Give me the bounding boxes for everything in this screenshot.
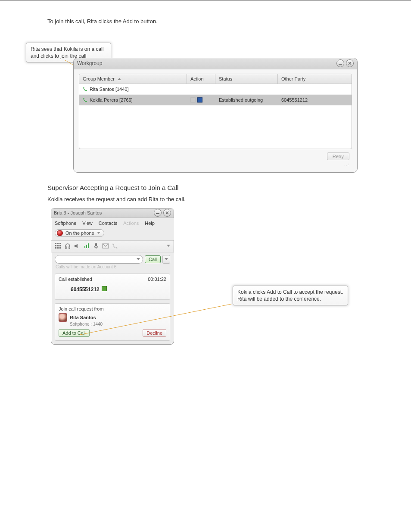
svg-rect-12 xyxy=(59,245,61,246)
add-contact-icon[interactable] xyxy=(102,286,107,291)
workgroup-window: Workgroup Group Member Action Status Oth… xyxy=(73,58,358,173)
phone-redirect-icon[interactable] xyxy=(112,243,118,249)
minimize-icon xyxy=(156,211,160,215)
svg-rect-16 xyxy=(84,246,85,248)
close-button[interactable] xyxy=(163,209,171,217)
sort-ascending-icon xyxy=(118,78,121,80)
menu-contacts[interactable]: Contacts xyxy=(99,221,117,226)
avatar xyxy=(59,313,67,322)
svg-rect-10 xyxy=(55,245,56,246)
softphone-title: Bria 3 - Joseph Santos xyxy=(54,210,152,215)
svg-rect-13 xyxy=(55,247,56,249)
svg-rect-19 xyxy=(95,243,97,246)
member-name: Rita Santos [1440] xyxy=(90,87,129,92)
phone-icon xyxy=(83,87,88,92)
chevron-down-icon xyxy=(165,258,168,260)
table-row[interactable]: Kokila Perera [2766] Established outgoin… xyxy=(79,95,352,106)
dialpad-icon[interactable] xyxy=(55,243,62,249)
minimize-button[interactable] xyxy=(336,59,344,67)
svg-rect-14 xyxy=(57,247,59,249)
action-icon[interactable] xyxy=(190,97,196,103)
callout-text: Kokila clicks Add to Call to accept the … xyxy=(237,289,343,302)
resize-grip-icon[interactable]: ..: xyxy=(79,162,352,169)
workgroup-titlebar: Workgroup xyxy=(74,58,357,69)
workgroup-title: Workgroup xyxy=(77,60,335,66)
column-member[interactable]: Group Member xyxy=(79,74,187,84)
presence-status-icon xyxy=(57,230,63,236)
add-to-call-button[interactable]: Add to Call xyxy=(59,329,90,337)
column-other-party[interactable]: Other Party xyxy=(278,74,352,84)
svg-rect-4 xyxy=(156,213,159,214)
dial-input[interactable] xyxy=(55,255,143,264)
call-number: 6045551212 xyxy=(71,286,100,292)
callout-text: Rita sees that Kokila is on a call and c… xyxy=(31,46,103,59)
menu-actions: Actions xyxy=(123,221,139,226)
join-request-label: Join call request from xyxy=(59,306,166,311)
presence-chip[interactable]: On the phone xyxy=(55,229,104,237)
minimize-icon xyxy=(338,61,342,65)
table-header: Group Member Action Status Other Party xyxy=(79,74,352,84)
call-button[interactable]: Call xyxy=(145,255,161,263)
speaker-icon[interactable] xyxy=(74,243,81,249)
menu-softphone[interactable]: Softphone xyxy=(55,221,76,226)
softphone-titlebar: Bria 3 - Joseph Santos xyxy=(51,208,174,218)
close-icon xyxy=(165,211,169,215)
phone-icon xyxy=(83,97,88,103)
section-heading: Supervisor Accepting a Request to Join a… xyxy=(47,184,364,191)
minimize-button[interactable] xyxy=(154,209,162,217)
call-timer: 00:01:22 xyxy=(148,277,166,282)
svg-rect-15 xyxy=(59,247,61,249)
member-name: Kokila Perera [2766] xyxy=(90,97,133,103)
row-party: 6045551212 xyxy=(281,97,308,103)
join-request-card: Join call request from Rita Santos Softp… xyxy=(55,303,170,341)
svg-rect-8 xyxy=(57,243,59,244)
menu-view[interactable]: View xyxy=(82,221,93,226)
join-call-icon[interactable] xyxy=(197,97,202,103)
svg-rect-1 xyxy=(339,64,342,65)
microphone-icon[interactable] xyxy=(93,243,100,249)
instruction-text: To join this call, Rita clicks the Add t… xyxy=(47,18,364,26)
chevron-down-icon[interactable] xyxy=(167,245,170,247)
column-action[interactable]: Action xyxy=(187,74,215,84)
decline-button[interactable]: Decline xyxy=(143,329,166,337)
presence-label: On the phone xyxy=(65,230,94,236)
menu-help[interactable]: Help xyxy=(145,221,155,226)
column-status[interactable]: Status xyxy=(215,74,278,84)
join-request-name: Rita Santos xyxy=(70,315,96,320)
account-note: Calls will be made on Account 6 xyxy=(51,264,174,272)
softphone-toolbar xyxy=(51,240,174,252)
svg-rect-11 xyxy=(57,245,59,246)
workgroup-table: Group Member Action Status Other Party R… xyxy=(79,74,352,149)
active-call-card: Call established 00:01:22 6045551212 xyxy=(55,274,170,300)
callout-box-accept: Kokila clicks Add to Call to accept the … xyxy=(233,286,348,305)
volume-icon[interactable] xyxy=(83,243,90,249)
call-established-label: Call established xyxy=(59,277,148,282)
table-row[interactable]: Rita Santos [1440] xyxy=(79,84,352,95)
softphone-menu: Softphone View Contacts Actions Help xyxy=(51,218,174,228)
instruction-text: Kokila receives the request and can add … xyxy=(47,196,364,204)
close-icon xyxy=(348,61,352,65)
svg-rect-17 xyxy=(86,245,87,248)
mail-icon[interactable] xyxy=(102,243,109,249)
svg-rect-9 xyxy=(59,243,61,244)
close-button[interactable] xyxy=(346,59,354,67)
call-dropdown-button[interactable] xyxy=(162,255,170,264)
svg-rect-18 xyxy=(88,243,89,248)
chevron-down-icon[interactable] xyxy=(137,258,140,260)
join-request-sub: Softphone : 1440 xyxy=(59,322,166,327)
svg-rect-7 xyxy=(55,243,56,244)
softphone-window: Bria 3 - Joseph Santos Softphone View Co… xyxy=(51,208,174,345)
row-status: Established outgoing xyxy=(219,97,263,103)
chevron-down-icon xyxy=(97,232,100,234)
audio-device-icon[interactable] xyxy=(64,243,71,249)
retry-button: Retry xyxy=(327,152,349,160)
